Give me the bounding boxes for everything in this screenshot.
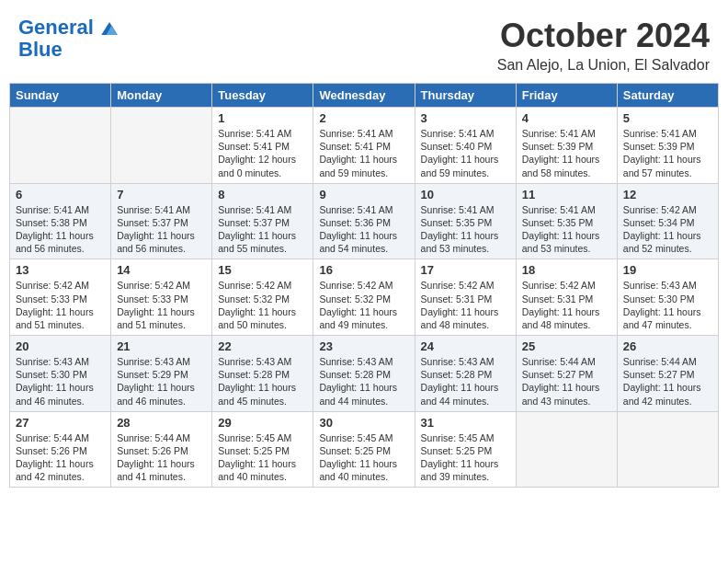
calendar-day-cell: 7Sunrise: 5:41 AMSunset: 5:37 PMDaylight… (111, 183, 212, 259)
day-info: Sunrise: 5:43 AMSunset: 5:28 PMDaylight:… (319, 355, 408, 408)
calendar-day-cell: 5Sunrise: 5:41 AMSunset: 5:39 PMDaylight… (617, 108, 718, 184)
day-info: Sunrise: 5:42 AMSunset: 5:31 PMDaylight:… (522, 279, 611, 331)
title-section: October 2024 San Alejo, La Union, El Sal… (497, 17, 710, 74)
day-info: Sunrise: 5:44 AMSunset: 5:27 PMDaylight:… (623, 355, 712, 408)
day-info: Sunrise: 5:45 AMSunset: 5:25 PMDaylight:… (421, 431, 510, 484)
day-info: Sunrise: 5:42 AMSunset: 5:31 PMDaylight:… (421, 279, 510, 331)
day-number: 2 (319, 111, 408, 125)
calendar-day-cell: 12Sunrise: 5:42 AMSunset: 5:34 PMDayligh… (617, 183, 718, 259)
day-number: 17 (421, 263, 510, 277)
month-title: October 2024 (497, 17, 710, 55)
logo-icon (101, 22, 118, 35)
day-number: 12 (623, 188, 712, 201)
day-number: 16 (319, 263, 408, 277)
day-number: 27 (16, 416, 105, 430)
day-info: Sunrise: 5:41 AMSunset: 5:39 PMDaylight:… (522, 127, 611, 179)
calendar-day-cell: 1Sunrise: 5:41 AMSunset: 5:41 PMDaylight… (212, 108, 313, 184)
day-info: Sunrise: 5:41 AMSunset: 5:35 PMDaylight:… (522, 203, 611, 256)
day-info: Sunrise: 5:45 AMSunset: 5:25 PMDaylight:… (319, 431, 408, 484)
page-header: General Blue October 2024 San Alejo, La … (9, 9, 719, 77)
day-number: 30 (319, 416, 408, 430)
calendar-day-cell: 6Sunrise: 5:41 AMSunset: 5:38 PMDaylight… (10, 183, 111, 259)
day-number: 18 (522, 263, 611, 277)
calendar-day-cell: 24Sunrise: 5:43 AMSunset: 5:28 PMDayligh… (415, 336, 516, 412)
day-number: 10 (421, 188, 510, 201)
day-number: 22 (218, 339, 307, 353)
calendar-day-cell: 14Sunrise: 5:42 AMSunset: 5:33 PMDayligh… (111, 259, 212, 336)
location-title: San Alejo, La Union, El Salvador (497, 57, 710, 74)
weekday-header: Thursday (415, 84, 516, 108)
day-info: Sunrise: 5:44 AMSunset: 5:26 PMDaylight:… (16, 431, 105, 484)
day-info: Sunrise: 5:41 AMSunset: 5:37 PMDaylight:… (218, 203, 307, 256)
day-info: Sunrise: 5:41 AMSunset: 5:41 PMDaylight:… (218, 127, 307, 179)
day-info: Sunrise: 5:43 AMSunset: 5:30 PMDaylight:… (623, 279, 712, 331)
calendar-header-row: SundayMondayTuesdayWednesdayThursdayFrid… (10, 84, 719, 108)
day-number: 14 (117, 263, 206, 277)
calendar-day-cell: 19Sunrise: 5:43 AMSunset: 5:30 PMDayligh… (617, 259, 718, 336)
day-info: Sunrise: 5:42 AMSunset: 5:32 PMDaylight:… (218, 279, 307, 331)
calendar-day-cell: 28Sunrise: 5:44 AMSunset: 5:26 PMDayligh… (111, 411, 212, 488)
day-number: 25 (522, 339, 611, 353)
day-number: 15 (218, 263, 307, 277)
day-number: 23 (319, 339, 408, 353)
calendar-day-cell: 11Sunrise: 5:41 AMSunset: 5:35 PMDayligh… (516, 183, 617, 259)
day-info: Sunrise: 5:41 AMSunset: 5:35 PMDaylight:… (421, 203, 510, 256)
day-info: Sunrise: 5:43 AMSunset: 5:28 PMDaylight:… (218, 355, 307, 408)
day-number: 19 (623, 263, 712, 277)
calendar-day-cell (10, 108, 111, 184)
calendar-day-cell: 15Sunrise: 5:42 AMSunset: 5:32 PMDayligh… (212, 259, 313, 336)
calendar-day-cell: 4Sunrise: 5:41 AMSunset: 5:39 PMDaylight… (516, 108, 617, 184)
day-info: Sunrise: 5:42 AMSunset: 5:32 PMDaylight:… (319, 279, 408, 331)
weekday-header: Saturday (617, 84, 718, 108)
calendar-day-cell: 17Sunrise: 5:42 AMSunset: 5:31 PMDayligh… (415, 259, 516, 336)
day-info: Sunrise: 5:44 AMSunset: 5:26 PMDaylight:… (117, 431, 206, 484)
day-number: 3 (421, 111, 510, 125)
day-info: Sunrise: 5:42 AMSunset: 5:34 PMDaylight:… (623, 203, 712, 256)
calendar-day-cell (111, 108, 212, 184)
calendar-day-cell (516, 411, 617, 488)
day-number: 4 (522, 111, 611, 125)
logo-text: General (18, 17, 118, 39)
day-info: Sunrise: 5:41 AMSunset: 5:37 PMDaylight:… (117, 203, 206, 256)
day-number: 5 (623, 111, 712, 125)
day-number: 24 (421, 339, 510, 353)
day-info: Sunrise: 5:42 AMSunset: 5:33 PMDaylight:… (16, 279, 105, 331)
calendar-week-row: 13Sunrise: 5:42 AMSunset: 5:33 PMDayligh… (10, 259, 719, 336)
calendar-day-cell: 10Sunrise: 5:41 AMSunset: 5:35 PMDayligh… (415, 183, 516, 259)
calendar-day-cell: 23Sunrise: 5:43 AMSunset: 5:28 PMDayligh… (313, 336, 415, 412)
day-info: Sunrise: 5:41 AMSunset: 5:41 PMDaylight:… (319, 127, 408, 179)
calendar-day-cell: 16Sunrise: 5:42 AMSunset: 5:32 PMDayligh… (313, 259, 415, 336)
day-info: Sunrise: 5:43 AMSunset: 5:30 PMDaylight:… (16, 355, 105, 408)
day-info: Sunrise: 5:42 AMSunset: 5:33 PMDaylight:… (117, 279, 206, 331)
day-number: 21 (117, 339, 206, 353)
day-info: Sunrise: 5:44 AMSunset: 5:27 PMDaylight:… (522, 355, 611, 408)
day-number: 9 (319, 188, 408, 201)
calendar-day-cell: 25Sunrise: 5:44 AMSunset: 5:27 PMDayligh… (516, 336, 617, 412)
day-number: 7 (117, 188, 206, 201)
day-number: 29 (218, 416, 307, 430)
weekday-header: Friday (516, 84, 617, 108)
day-number: 28 (117, 416, 206, 430)
day-info: Sunrise: 5:41 AMSunset: 5:36 PMDaylight:… (319, 203, 408, 256)
calendar-week-row: 20Sunrise: 5:43 AMSunset: 5:30 PMDayligh… (10, 336, 719, 412)
calendar-day-cell: 9Sunrise: 5:41 AMSunset: 5:36 PMDaylight… (313, 183, 415, 259)
logo-blue-text: Blue (18, 39, 63, 61)
day-number: 1 (218, 111, 307, 125)
day-number: 8 (218, 188, 307, 201)
calendar-week-row: 6Sunrise: 5:41 AMSunset: 5:38 PMDaylight… (10, 183, 719, 259)
day-info: Sunrise: 5:41 AMSunset: 5:38 PMDaylight:… (16, 203, 105, 256)
day-number: 13 (16, 263, 105, 277)
calendar-day-cell (617, 411, 718, 488)
day-number: 26 (623, 339, 712, 353)
day-number: 31 (421, 416, 510, 430)
calendar-day-cell: 2Sunrise: 5:41 AMSunset: 5:41 PMDaylight… (313, 108, 415, 184)
calendar-day-cell: 31Sunrise: 5:45 AMSunset: 5:25 PMDayligh… (415, 411, 516, 488)
day-info: Sunrise: 5:43 AMSunset: 5:29 PMDaylight:… (117, 355, 206, 408)
calendar-day-cell: 21Sunrise: 5:43 AMSunset: 5:29 PMDayligh… (111, 336, 212, 412)
calendar-day-cell: 13Sunrise: 5:42 AMSunset: 5:33 PMDayligh… (10, 259, 111, 336)
weekday-header: Wednesday (313, 84, 415, 108)
calendar-day-cell: 26Sunrise: 5:44 AMSunset: 5:27 PMDayligh… (617, 336, 718, 412)
day-info: Sunrise: 5:41 AMSunset: 5:39 PMDaylight:… (623, 127, 712, 179)
calendar-day-cell: 30Sunrise: 5:45 AMSunset: 5:25 PMDayligh… (313, 411, 415, 488)
weekday-header: Monday (111, 84, 212, 108)
